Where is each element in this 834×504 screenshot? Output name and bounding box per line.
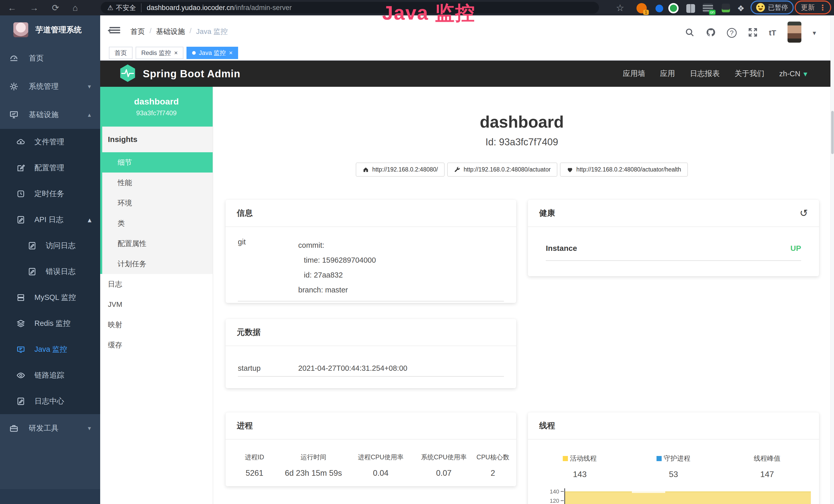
sba-menu-classes[interactable]: 类 xyxy=(102,213,213,233)
sidebar-item-dev-tools[interactable]: 研发工具 xyxy=(0,414,100,442)
user-avatar[interactable] xyxy=(788,22,802,43)
tab-home[interactable]: 首页 xyxy=(109,47,133,59)
info-card: 信息 git commit: time: 1596289704000 id: 2… xyxy=(225,200,516,303)
not-secure-label: 不安全 xyxy=(116,3,141,12)
sba-menu-mappings[interactable]: 映射 xyxy=(100,315,213,335)
health-instance-row: Instance UP xyxy=(546,244,801,253)
sidebar-item-redis-monitor[interactable]: Redis 监控 xyxy=(0,311,100,336)
insights-section-label: Insights xyxy=(102,127,213,152)
sba-menu-jvm[interactable]: JVM xyxy=(100,294,213,315)
browser-home-icon[interactable] xyxy=(73,3,78,13)
sidebar-item-mysql-monitor[interactable]: MySQL 监控 xyxy=(0,284,100,311)
paused-extension-pill[interactable]: 已暂停 xyxy=(750,1,794,15)
sba-language-select[interactable]: zh-CN xyxy=(779,69,807,78)
sidebar-item-label: 系统管理 xyxy=(29,82,59,92)
sidebar-item-java-monitor[interactable]: Java 监控 xyxy=(0,336,100,362)
sba-menu-environment[interactable]: 环境 xyxy=(102,193,213,213)
browser-menu-kebab-icon[interactable] xyxy=(819,3,827,12)
y-tick-140: 140 xyxy=(541,488,559,495)
sidebar-item-scheduled-jobs[interactable]: 定时任务 xyxy=(0,181,100,207)
page-title: dashboard xyxy=(213,112,830,132)
text-size-icon[interactable]: tT xyxy=(769,28,776,37)
java-monitor-icon xyxy=(17,345,25,354)
timer-history-icon xyxy=(17,189,25,198)
bookmark-star-icon[interactable] xyxy=(616,3,624,13)
sidebar-item-log-center[interactable]: 日志中心 xyxy=(0,388,100,414)
sidebar-collapse-icon[interactable] xyxy=(109,26,120,35)
help-icon[interactable]: ? xyxy=(727,28,737,38)
sidebar-item-config-mgmt[interactable]: 配置管理 xyxy=(0,155,100,181)
instance-links-row: http://192.168.0.2:48080/ http://192.168… xyxy=(213,162,830,177)
process-id-value: 5261 xyxy=(231,468,279,478)
sidebar-item-label: Java 监控 xyxy=(35,344,67,354)
chevron-down-icon xyxy=(804,69,807,78)
breadcrumb-home[interactable]: 首页 xyxy=(130,27,145,37)
sba-nav-wallboard[interactable]: 应用墙 xyxy=(623,69,645,79)
extension-icon-blue-pin[interactable] xyxy=(656,5,663,12)
sba-brand-title[interactable]: Spring Boot Admin xyxy=(143,68,240,79)
close-icon[interactable] xyxy=(229,49,233,56)
sba-nav-journal[interactable]: 日志报表 xyxy=(690,69,720,79)
health-url-button[interactable]: http://192.168.0.2:48080/actuator/health xyxy=(560,162,688,177)
sidebar-item-tracing[interactable]: 链路追踪 xyxy=(0,362,100,388)
service-url-button[interactable]: http://192.168.0.2:48080/ xyxy=(356,162,445,177)
sidebar-item-infra[interactable]: 基础设施 xyxy=(0,101,100,129)
page-scrollbar[interactable] xyxy=(830,16,834,504)
active-threads-value: 143 xyxy=(533,469,627,479)
divider xyxy=(238,301,504,301)
breadcrumb-infra[interactable]: 基础设施 xyxy=(156,27,185,37)
database-server-icon xyxy=(17,293,25,302)
browser-update-button[interactable]: 更新 xyxy=(795,1,831,15)
sidebar-item-api-logs[interactable]: API 日志 xyxy=(0,207,100,233)
scrollbar-thumb[interactable] xyxy=(831,111,834,154)
sba-nav-applications[interactable]: 应用 xyxy=(660,69,675,79)
sidebar-item-access-logs[interactable]: 访问日志 xyxy=(0,233,100,258)
extension-icon-orange[interactable]: 1 xyxy=(636,3,647,13)
eye-icon xyxy=(17,371,25,380)
browser-back-icon[interactable] xyxy=(8,3,17,13)
extensions-puzzle-icon[interactable] xyxy=(737,4,746,13)
sidebar-item-label: 链路追踪 xyxy=(35,370,64,381)
fullscreen-icon[interactable] xyxy=(748,27,758,38)
tab-java-monitor[interactable]: Java 监控 xyxy=(186,47,238,59)
sidebar-item-label: 错误日志 xyxy=(46,267,75,277)
sba-nav-about[interactable]: 关于我们 xyxy=(734,69,764,79)
tab-redis-monitor[interactable]: Redis 监控 xyxy=(136,47,183,59)
sidebar-footer-strip xyxy=(0,489,100,504)
monitor-icon xyxy=(9,110,19,119)
sba-menu-details[interactable]: 细节 xyxy=(100,152,213,173)
close-icon[interactable] xyxy=(174,49,178,56)
user-menu-caret-icon[interactable] xyxy=(813,29,816,37)
heart-icon xyxy=(567,166,573,173)
sidebar-item-label: 首页 xyxy=(29,53,44,63)
sba-menu-scheduled-tasks[interactable]: 计划任务 xyxy=(102,254,213,274)
extension-icon-tabs[interactable]: on xyxy=(703,4,713,12)
sidebar-item-error-logs[interactable]: 错误日志 xyxy=(0,258,100,284)
threads-legend: 活动线程 守护进程 线程峰值 xyxy=(533,454,814,463)
extension-icon-grid[interactable] xyxy=(686,4,695,13)
service-url-label: http://192.168.0.2:48080/ xyxy=(372,166,438,173)
browser-reload-icon[interactable] xyxy=(52,3,59,13)
sba-menu-caches[interactable]: 缓存 xyxy=(100,335,213,355)
github-icon[interactable] xyxy=(706,27,716,38)
smiley-face-icon xyxy=(756,3,765,12)
chevron-up-icon xyxy=(88,215,91,224)
sidebar-item-system[interactable]: 系统管理 xyxy=(0,72,100,101)
url-text: dashboard.yudao.iocoder.cn/infra/admin-s… xyxy=(147,4,291,12)
sidebar-item-file-mgmt[interactable]: 文件管理 xyxy=(0,129,100,155)
sidebar-item-home[interactable]: 首页 xyxy=(0,44,100,72)
sba-menu-metrics[interactable]: 性能 xyxy=(102,173,213,193)
info-card-title: 信息 xyxy=(225,200,516,227)
extension-icon-green-circle[interactable] xyxy=(668,3,679,13)
actuator-url-button[interactable]: http://192.168.0.2:48080/actuator xyxy=(447,162,557,177)
threads-area-chart: 140 120 100 xyxy=(533,487,814,504)
sba-menu-logging[interactable]: 日志 xyxy=(100,274,213,294)
extension-icon-green-plant[interactable] xyxy=(722,4,730,12)
search-icon[interactable] xyxy=(685,27,695,38)
browser-forward-icon[interactable] xyxy=(30,3,39,13)
app-logo-row[interactable]: 芋道管理系统 xyxy=(0,16,100,44)
sba-menu-config-props[interactable]: 配置属性 xyxy=(102,233,213,254)
address-bar[interactable]: 不安全 dashboard.yudao.iocoder.cn/infra/adm… xyxy=(101,2,599,14)
history-icon[interactable] xyxy=(799,207,808,219)
health-card-title: 健康 xyxy=(539,208,555,219)
